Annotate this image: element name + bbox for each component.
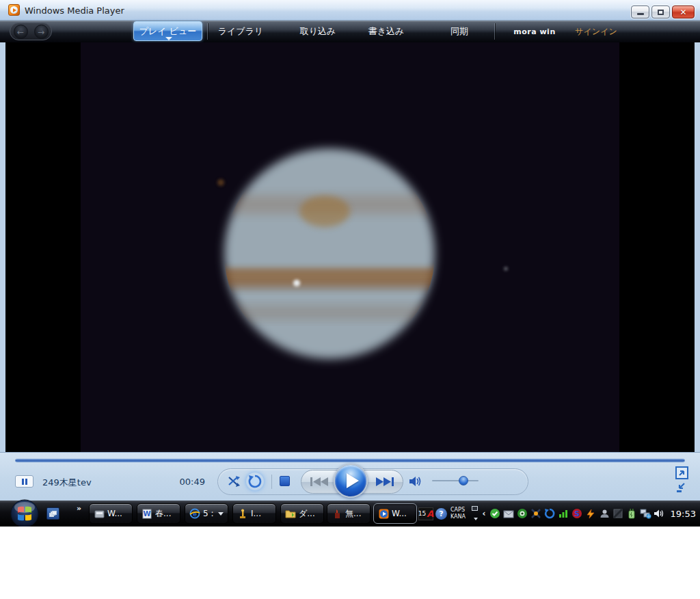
tab-burn[interactable]: 書き込み: [359, 21, 414, 42]
quicklaunch-overflow-chevron[interactable]: »: [77, 504, 81, 513]
svg-text:S: S: [574, 509, 580, 518]
word-doc-icon: W: [142, 508, 152, 519]
playstate-pause-indicator[interactable]: [15, 475, 33, 488]
taskbar-button-label: 無...: [345, 508, 361, 520]
tab-mora-win[interactable]: mora win: [507, 21, 562, 42]
speaker-icon: [408, 475, 423, 488]
close-button[interactable]: ✕: [672, 5, 695, 18]
volume-tray-icon[interactable]: [654, 508, 665, 520]
title-bar[interactable]: Windows Media Player ✕: [0, 0, 700, 21]
back-button[interactable]: ←: [14, 25, 28, 39]
tab-separator: [494, 23, 495, 40]
tray-collapse-chevron[interactable]: ‹: [481, 509, 487, 518]
seek-bar[interactable]: [15, 459, 685, 462]
taskbar-button-untitled[interactable]: 無...: [327, 503, 371, 524]
app-square-icon[interactable]: [612, 508, 624, 520]
eye-icon[interactable]: [517, 508, 528, 520]
play-icon: [347, 473, 359, 488]
video-area: [0, 42, 700, 452]
clock[interactable]: 19:53: [671, 509, 696, 519]
taskbar-button-label: W...: [107, 509, 122, 518]
switch-windows-button[interactable]: [46, 507, 59, 520]
chevron-down-icon: [165, 37, 172, 40]
chevron-down-icon[interactable]: [474, 518, 478, 520]
start-button[interactable]: [10, 498, 40, 529]
windows-start-orb-icon: [10, 498, 40, 529]
tab-library[interactable]: ライブラリ: [213, 21, 268, 42]
wmp-app-icon: [378, 508, 389, 519]
internet-explorer-icon: e: [189, 508, 200, 519]
elapsed-time: 00:49: [164, 477, 205, 487]
compact-mode-button[interactable]: [675, 481, 688, 494]
taskbar-group-ie[interactable]: e 5 :: [185, 503, 228, 524]
playback-control-bar: 249木星tev 00:49: [0, 452, 700, 501]
lightning-icon[interactable]: [585, 508, 597, 520]
fullscreen-icon: [675, 466, 688, 479]
compact-mode-icon: [675, 481, 688, 494]
power-plug-icon[interactable]: [626, 508, 638, 520]
tab-sync[interactable]: 同期: [432, 21, 487, 42]
network-icon[interactable]: [640, 508, 651, 520]
next-button[interactable]: [372, 474, 398, 490]
tab-now-playing-label: プレイ ビュー: [139, 25, 197, 38]
video-frame[interactable]: [5, 42, 695, 452]
volume-slider-knob[interactable]: [459, 476, 468, 485]
previous-icon: [306, 474, 332, 490]
forward-arrow-icon: →: [38, 27, 44, 37]
shuffle-button[interactable]: [226, 472, 243, 490]
minimize-icon: [637, 13, 644, 15]
mail-icon[interactable]: [503, 508, 515, 520]
s-badge-icon[interactable]: S: [571, 508, 583, 520]
security-check-icon[interactable]: [489, 508, 501, 520]
volume-track[interactable]: [432, 480, 479, 481]
jupiter-video-still: [5, 42, 695, 452]
taskbar-button-4[interactable]: I...: [232, 503, 276, 524]
atok-ime-icon[interactable]: 15A: [418, 507, 433, 520]
previous-button[interactable]: [306, 474, 332, 490]
fullscreen-button[interactable]: [675, 466, 688, 479]
svg-text:W: W: [143, 510, 150, 518]
wmp-window: Windows Media Player ✕ ← → プレイ ビュー ライブラリ…: [0, 0, 700, 501]
taskbar-button-label: 春...: [155, 508, 171, 520]
taskbar-button-label: I...: [251, 509, 261, 518]
next-icon: [372, 474, 398, 490]
tab-rip[interactable]: 取り込み: [291, 21, 345, 42]
taskbar-button-label: W...: [392, 509, 407, 518]
sign-in-link[interactable]: サインイン: [569, 21, 623, 42]
shuffle-icon: [228, 475, 241, 488]
sync-arrow-icon[interactable]: [544, 508, 556, 520]
pause-icon: [22, 479, 24, 485]
user-icon[interactable]: [599, 508, 610, 520]
taskbar-group-count: 5 :: [203, 509, 214, 518]
maximize-button[interactable]: [651, 5, 670, 18]
red-app-icon: [332, 508, 342, 519]
back-arrow-icon: ←: [17, 27, 24, 37]
taskbar-button-folder[interactable]: ダ...: [280, 503, 324, 524]
star-x-icon[interactable]: [530, 508, 542, 520]
system-tray: 15A ? CAPS KANA ‹: [418, 501, 700, 527]
forward-button[interactable]: →: [34, 25, 49, 39]
minimize-button[interactable]: [631, 5, 649, 18]
nav-button-group: ← →: [10, 23, 52, 40]
wmp-app-icon: [8, 4, 20, 16]
signal-bars-icon[interactable]: [558, 508, 569, 520]
taskbar-button-wmp-active[interactable]: W...: [373, 503, 417, 524]
repeat-button[interactable]: [246, 472, 264, 490]
restore-language-bar-icon[interactable]: [472, 506, 478, 511]
flip3d-icon: [49, 511, 57, 517]
app-window-icon: [94, 508, 105, 519]
language-bar[interactable]: CAPS KANA: [449, 505, 479, 522]
close-icon: ✕: [679, 8, 686, 16]
screenshot-white-margin: [0, 527, 700, 599]
stop-button[interactable]: [280, 476, 290, 486]
chevron-down-icon: [218, 512, 224, 516]
tab-now-playing[interactable]: プレイ ビュー: [133, 21, 202, 41]
mute-button[interactable]: [407, 472, 425, 490]
gold-app-icon: [237, 508, 248, 519]
play-button[interactable]: [334, 464, 368, 498]
taskbar-button-1[interactable]: W...: [89, 503, 133, 524]
control-separator: [271, 475, 272, 489]
help-icon[interactable]: ?: [435, 508, 447, 520]
tab-separator: [207, 23, 208, 40]
taskbar-button-word[interactable]: W 春...: [137, 503, 180, 524]
